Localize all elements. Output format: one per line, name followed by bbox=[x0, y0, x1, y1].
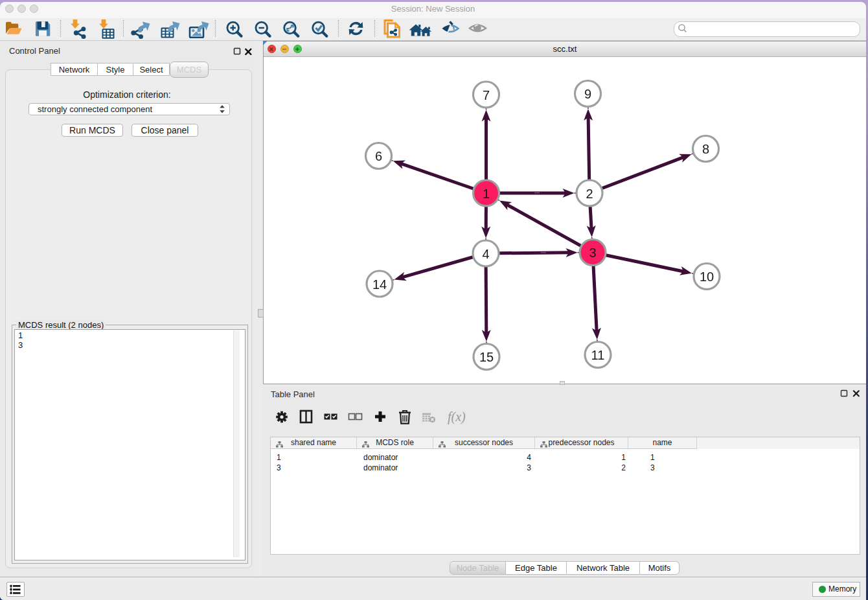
svg-text:11: 11 bbox=[591, 348, 605, 362]
svg-text:15: 15 bbox=[479, 350, 494, 364]
svg-text:9: 9 bbox=[584, 87, 591, 101]
svg-text:8: 8 bbox=[702, 142, 709, 156]
svg-text:6: 6 bbox=[375, 149, 382, 163]
svg-text:7: 7 bbox=[483, 88, 490, 102]
svg-text:2: 2 bbox=[586, 187, 593, 201]
svg-text:f(x): f(x) bbox=[448, 410, 466, 424]
svg-text:4: 4 bbox=[482, 247, 489, 261]
svg-text:3: 3 bbox=[589, 246, 596, 260]
svg-text:1: 1 bbox=[483, 187, 490, 201]
svg-text:10: 10 bbox=[700, 270, 714, 284]
svg-text:14: 14 bbox=[372, 277, 387, 292]
